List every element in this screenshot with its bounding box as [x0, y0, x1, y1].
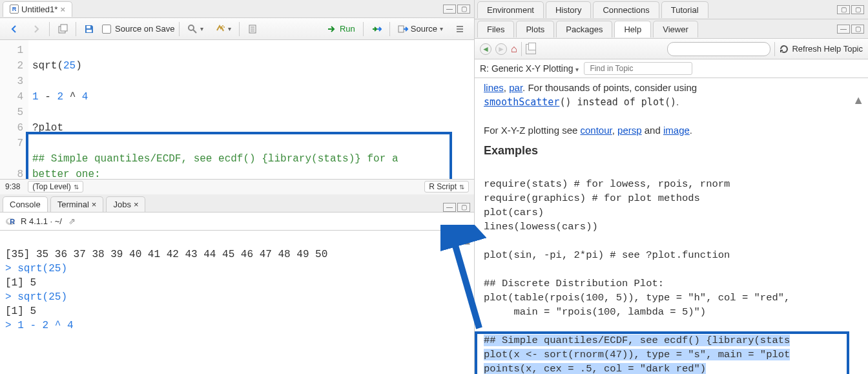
popout-icon[interactable]: ⇗: [68, 216, 76, 226]
minimize-pane-icon[interactable]: —: [443, 203, 456, 212]
jobs-tab[interactable]: Jobs×: [106, 196, 145, 212]
maximize-pane-icon[interactable]: ▢: [457, 5, 470, 14]
compile-report-button[interactable]: [243, 22, 262, 36]
close-icon[interactable]: ×: [60, 5, 65, 14]
connections-tab[interactable]: Connections: [593, 1, 659, 18]
cursor-position: 9:38: [5, 182, 20, 191]
help-content[interactable]: lines, par. For thousands of points, con…: [475, 78, 868, 374]
svg-rect-1: [61, 25, 67, 31]
source-editor[interactable]: 123456789 sqrt(25) 1 - 2 ^ 4 ?plot ## Si…: [0, 40, 474, 179]
console-header: R R 4.1.1 · ~/ ⇗: [0, 213, 474, 231]
save-button[interactable]: [80, 22, 98, 36]
help-tabs: Files Plots Packages Help Viewer — ▢: [475, 19, 868, 39]
examples-heading: Examples: [484, 144, 864, 158]
help-title-prefix: R:: [480, 63, 491, 74]
find-button[interactable]: ▾: [183, 22, 207, 36]
svg-point-7: [223, 26, 225, 28]
tutorial-tab[interactable]: Tutorial: [661, 1, 708, 18]
help-title: Generic X-Y Plotting: [491, 63, 574, 74]
example-code[interactable]: require(stats) # for lowess, rpois, rnor…: [484, 163, 864, 374]
r-logo-icon: R: [5, 215, 17, 227]
console-output[interactable]: [35] 35 36 37 38 39 40 41 42 43 44 45 46…: [0, 231, 474, 375]
viewer-tab[interactable]: Viewer: [653, 21, 698, 37]
environment-tab[interactable]: Environment: [477, 1, 544, 18]
source-tab[interactable]: R Untitled1* ×: [3, 1, 72, 17]
link-par[interactable]: par: [509, 82, 522, 93]
home-icon[interactable]: ⌂: [511, 43, 517, 55]
source-button[interactable]: Source ▾: [394, 22, 447, 36]
source-tabs: R Untitled1* × — ▢: [0, 0, 474, 18]
scope-dropdown[interactable]: (Top Level)⇅: [28, 181, 83, 192]
plots-tab[interactable]: Plots: [516, 21, 554, 37]
files-tab[interactable]: Files: [477, 21, 514, 37]
code-area[interactable]: sqrt(25) 1 - 2 ^ 4 ?plot ## Simple quant…: [28, 40, 474, 179]
nav-back-button[interactable]: [5, 22, 23, 36]
svg-rect-12: [398, 26, 404, 32]
code-tools-button[interactable]: ▾: [211, 22, 235, 36]
line-gutter: 123456789: [0, 40, 28, 179]
minimize-pane-icon[interactable]: ▢: [837, 5, 850, 14]
scroll-up-icon[interactable]: ▲: [463, 234, 470, 249]
svg-point-6: [222, 25, 223, 26]
run-button[interactable]: Run: [323, 22, 359, 36]
close-icon[interactable]: ×: [92, 200, 97, 209]
packages-tab[interactable]: Packages: [556, 21, 612, 37]
terminal-tab[interactable]: Terminal×: [50, 196, 104, 212]
find-in-topic-input[interactable]: [584, 62, 692, 75]
svg-text:R: R: [10, 218, 15, 225]
help-back-button[interactable]: ◄: [480, 43, 491, 55]
outline-button[interactable]: [451, 22, 469, 36]
nav-forward-button[interactable]: [27, 22, 45, 36]
source-on-save-checkbox[interactable]: [102, 25, 111, 34]
help-topic-header: R: Generic X-Y Plotting ▾: [475, 59, 868, 78]
minimize-pane-icon[interactable]: —: [443, 5, 456, 14]
svg-line-5: [193, 30, 196, 33]
file-type-dropdown[interactable]: R Script⇅: [424, 181, 469, 192]
svg-rect-3: [87, 30, 92, 32]
refresh-help-button[interactable]: Refresh Help Topic: [779, 44, 863, 54]
link-smoothscatter[interactable]: smoothScatter: [484, 96, 559, 108]
source-tab-title: Untitled1*: [21, 5, 57, 14]
console-tabs: Console Terminal× Jobs× — ▢: [0, 194, 474, 213]
scroll-up-icon[interactable]: ▲: [852, 94, 864, 107]
r-version-label: R 4.1.1 · ~/: [21, 216, 62, 226]
help-toolbar: ◄ ► ⌂ 🔍 Refresh Help Topic: [475, 39, 868, 59]
link-contour[interactable]: contour: [581, 125, 612, 136]
maximize-pane-icon[interactable]: ▢: [457, 203, 470, 212]
env-tabs: Environment History Connections Tutorial…: [475, 0, 868, 19]
link-persp[interactable]: persp: [617, 125, 642, 136]
close-icon[interactable]: ×: [134, 200, 139, 209]
rerun-button[interactable]: [367, 22, 386, 36]
svg-rect-2: [87, 26, 90, 28]
link-image[interactable]: image: [663, 125, 690, 136]
maximize-pane-icon[interactable]: ▢: [851, 25, 864, 34]
source-on-save-label: Source on Save: [115, 24, 175, 34]
svg-point-4: [189, 25, 194, 30]
link-lines[interactable]: lines: [484, 82, 504, 93]
editor-statusbar: 9:38 (Top Level)⇅ R Script⇅: [0, 179, 474, 194]
show-in-new-window-button[interactable]: [54, 22, 72, 36]
help-forward-button[interactable]: ►: [495, 43, 507, 55]
help-search-input[interactable]: [667, 42, 770, 56]
dropdown-icon[interactable]: ▾: [575, 66, 579, 73]
help-tab[interactable]: Help: [614, 21, 651, 37]
minimize-pane-icon[interactable]: —: [837, 25, 850, 34]
source-toolbar: Source on Save ▾ ▾ Run Source ▾: [0, 18, 474, 40]
maximize-pane-icon[interactable]: ▢: [851, 5, 864, 14]
popout-icon[interactable]: [526, 44, 536, 54]
console-tab[interactable]: Console: [3, 196, 48, 212]
help-search[interactable]: 🔍: [667, 42, 770, 56]
history-tab[interactable]: History: [546, 1, 591, 18]
r-file-icon: R: [10, 5, 19, 14]
